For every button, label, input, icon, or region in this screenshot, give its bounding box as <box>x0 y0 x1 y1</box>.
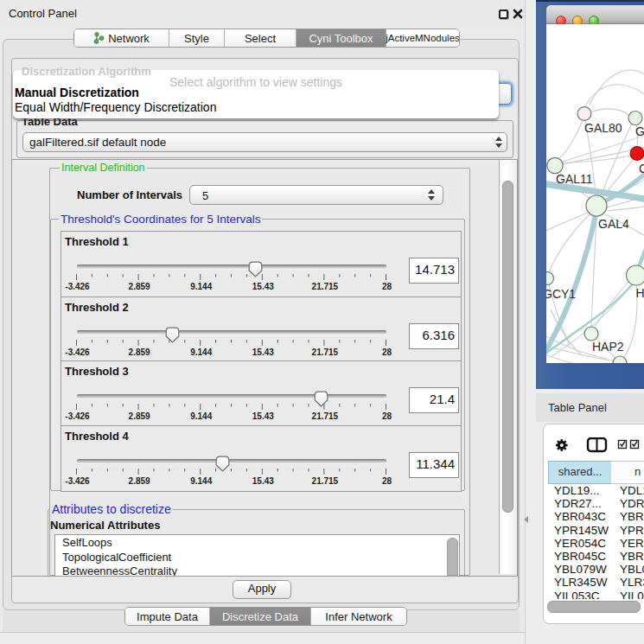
svg-text:GAL11: GAL11 <box>556 172 593 186</box>
svg-text:GAL4: GAL4 <box>598 217 629 231</box>
svg-text:HAP2: HAP2 <box>592 340 624 354</box>
svg-text:GCY1: GCY1 <box>546 287 576 301</box>
svg-text:H: H <box>636 286 644 300</box>
svg-text:GAL80: GAL80 <box>584 121 622 135</box>
svg-text:C: C <box>639 162 644 175</box>
svg-text:GA: GA <box>635 124 644 138</box>
